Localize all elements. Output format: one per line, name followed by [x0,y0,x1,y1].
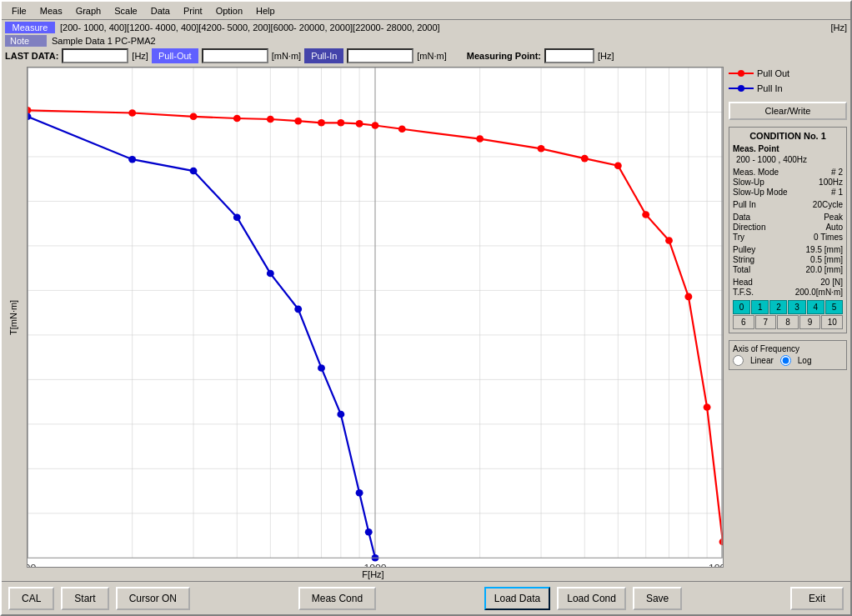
measuring-point-input[interactable] [544,48,594,63]
num-btn-3[interactable]: 3 [788,300,805,314]
svg-point-73 [356,489,363,497]
num-btn-10[interactable]: 10 [821,315,843,329]
data-label: Data [733,213,750,222]
last-data-hz-input[interactable] [62,48,128,63]
legend-pull-out: Pull Out [729,68,847,78]
menu-help[interactable]: Help [249,4,282,18]
num-btn-9[interactable]: 9 [799,315,821,329]
num-btn-7[interactable]: 7 [755,315,777,329]
svg-point-66 [128,156,136,163]
save-button[interactable]: Save [633,587,682,610]
condition-box: CONDITION No. 1 Meas. Point 200 - 1000 ,… [729,127,847,333]
freq-axis-options: Linear Log [733,355,843,366]
last-data-label: LAST DATA: [5,51,58,61]
num-btn-4[interactable]: 4 [807,300,824,314]
measure-label: Measure [5,22,55,33]
pull-in-unit: [mN·m] [417,51,446,61]
menu-scale[interactable]: Scale [108,4,144,18]
measuring-point-label: Measuring Point: [467,51,541,61]
pull-in-legend-label: Pull In [757,83,783,93]
svg-point-46 [128,109,136,117]
svg-point-61 [665,237,673,244]
measure-unit: [Hz] [830,23,847,33]
pull-out-unit: [mN·m] [272,51,301,61]
measure-value: [200- 1000, 400][1200- 4000, 400][4200- … [60,23,829,33]
num-btn-2[interactable]: 2 [769,300,787,314]
load-data-button[interactable]: Load Data [484,587,550,610]
cal-button[interactable]: CAL [8,587,54,610]
meas-mode-label: Meas. Mode [733,168,779,177]
direction-label: Direction [733,223,765,232]
right-panel: Pull Out Pull In Clear/Write CONDITION N… [725,65,850,569]
menu-file[interactable]: File [5,4,33,18]
num-btn-1[interactable]: 1 [751,300,769,314]
num-btn-6[interactable]: 6 [733,315,754,329]
num-grid-2: 6 7 8 9 10 [733,315,843,329]
svg-point-57 [538,145,545,153]
bottom-bar: CAL Start Cursor ON Meas Cond Load Data … [2,581,850,614]
toolbar: Measure [200- 1000, 400][1200- 4000, 400… [2,20,850,65]
meas-mode-value: # 2 [831,168,843,177]
chart-container: 150.0 135.0 120.0 105.0 90.0 75.0 60.0 4… [27,67,724,568]
cursor-on-button[interactable]: Cursor ON [116,587,190,610]
exit-button[interactable]: Exit [790,587,844,610]
freq-axis-box: Axis of Frequency Linear Log [729,340,847,370]
svg-point-69 [267,270,274,278]
svg-text:100: 100 [28,563,37,567]
head-value: 20 [N] [820,278,843,287]
svg-point-58 [581,155,589,163]
pull-in-cond-value: 20Cycle [813,200,843,209]
svg-point-49 [267,116,274,123]
note-label: Note [5,35,47,47]
menu-print[interactable]: Print [177,4,209,18]
measuring-point-unit: [Hz] [598,51,614,61]
pull-in-legend-dot [738,85,744,92]
svg-point-74 [365,528,373,536]
linear-radio[interactable] [733,355,744,366]
meas-cond-button[interactable]: Meas Cond [298,587,376,610]
meas-point-label: Meas. Point [733,144,843,153]
num-btn-8[interactable]: 8 [777,315,799,329]
note-value: Sample Data 1 PC-PMA2 [52,36,156,46]
num-btn-5[interactable]: 5 [825,300,843,314]
tfs-value: 200.0[mN·m] [795,288,843,297]
load-cond-button[interactable]: Load Cond [557,587,626,610]
total-value: 20.0 [mm] [806,265,843,274]
svg-point-62 [684,293,692,301]
head-label: Head [733,278,753,287]
slow-up-value: 100Hz [819,178,843,187]
svg-point-56 [476,135,484,143]
log-label: Log [798,356,812,365]
log-radio[interactable] [780,355,791,366]
tfs-label: T.F.S. [733,288,754,297]
svg-point-68 [233,213,241,221]
pull-out-button[interactable]: Pull-Out [152,48,198,63]
pull-out-value-input[interactable] [202,48,268,63]
main-area: T[mN·m] [2,65,850,569]
pull-in-cond-label: Pull In [733,200,756,209]
pulley-label: Pulley [733,245,755,254]
freq-axis-title: Axis of Frequency [733,344,843,353]
svg-point-55 [398,126,406,133]
total-label: Total [733,265,750,274]
clear-write-button[interactable]: Clear/Write [729,102,847,120]
start-button[interactable]: Start [61,587,108,610]
svg-point-72 [337,411,344,418]
pull-in-button[interactable]: Pull-In [304,48,343,63]
svg-text:1000: 1000 [363,563,387,567]
menubar: File Meas Graph Scale Data Print Option … [2,2,850,20]
slow-up-mode-value: # 1 [831,188,843,197]
condition-title: CONDITION No. 1 [733,131,843,141]
string-label: String [733,255,754,264]
menu-option[interactable]: Option [209,4,249,18]
direction-value: Auto [825,223,843,232]
menu-graph[interactable]: Graph [69,4,108,18]
menu-data[interactable]: Data [144,4,177,18]
pulley-value: 19.5 [mm] [806,245,843,254]
svg-point-52 [337,119,344,127]
svg-point-60 [642,211,649,218]
num-btn-0[interactable]: 0 [733,300,750,314]
menu-meas[interactable]: Meas [33,4,69,18]
pull-in-value-input[interactable] [347,48,413,63]
svg-point-54 [372,122,379,129]
